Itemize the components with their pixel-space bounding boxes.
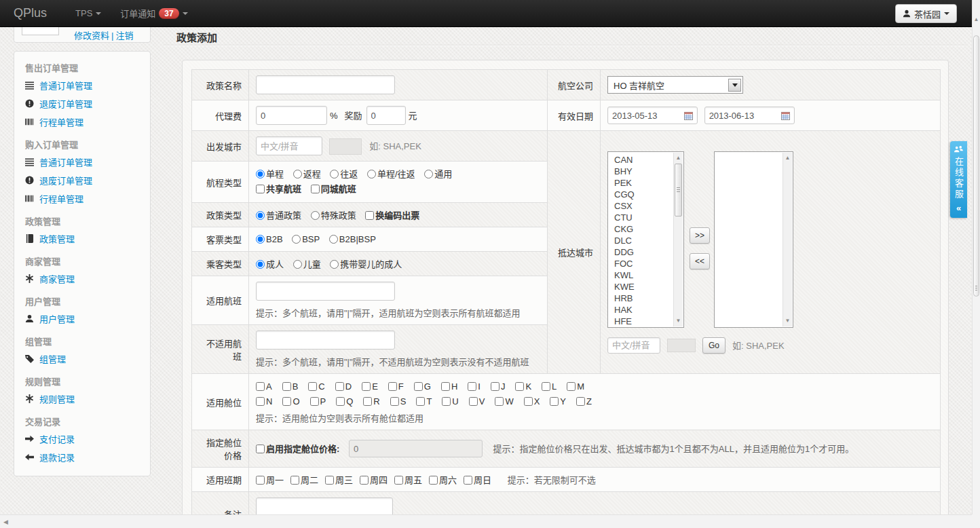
- weekday-checkbox[interactable]: 周六: [429, 475, 457, 485]
- bonus-input[interactable]: [366, 106, 406, 125]
- city-option[interactable]: HRB: [614, 293, 673, 304]
- route-option-oneway[interactable]: 单程: [256, 169, 284, 179]
- sidebar-item-void-orders-in[interactable]: 退废订单管理: [14, 171, 150, 189]
- city-option[interactable]: CKG: [614, 223, 673, 235]
- arrival-city-available-list[interactable]: ▲ ▼ CANBHYPEKCGQCSXCTUCKGDLCDDGFOCKWLKWE…: [607, 151, 684, 328]
- calendar-icon[interactable]: [781, 111, 790, 120]
- city-option[interactable]: FOC: [614, 258, 673, 269]
- cabin-checkbox[interactable]: I: [468, 381, 480, 392]
- cabin-checkbox[interactable]: O: [282, 396, 299, 407]
- cabin-checkbox[interactable]: T: [416, 396, 432, 407]
- sidebar-item-group-mgmt[interactable]: 组管理: [14, 350, 150, 368]
- user-menu-button[interactable]: 茶恬园: [895, 4, 957, 23]
- scroll-down-arrow[interactable]: ▼: [674, 317, 683, 325]
- passenger-adult-with-infant[interactable]: 携带婴儿的成人: [330, 259, 402, 269]
- cabin-checkbox[interactable]: F: [388, 381, 404, 392]
- edit-profile-link[interactable]: 修改资料: [74, 31, 109, 41]
- weekday-checkbox[interactable]: 周三: [325, 475, 353, 485]
- route-option-roundtrip[interactable]: 往返: [330, 169, 358, 179]
- enable-cabin-price-checkbox[interactable]: 启用指定舱位价格:: [256, 444, 339, 454]
- change-code-ticket-checkbox[interactable]: 换编码出票: [365, 210, 419, 221]
- start-date-input[interactable]: 2013-05-13: [607, 107, 698, 124]
- cabin-checkbox[interactable]: W: [495, 396, 513, 407]
- airline-select[interactable]: HO 吉祥航空: [607, 76, 743, 94]
- menu-tps[interactable]: TPS: [66, 0, 111, 27]
- shared-flight-checkbox[interactable]: 共享航班: [256, 184, 301, 194]
- city-option[interactable]: KWE: [614, 281, 673, 293]
- city-option[interactable]: CAN: [614, 154, 673, 166]
- city-option[interactable]: HFE: [614, 316, 673, 327]
- cabin-checkbox[interactable]: P: [310, 396, 326, 407]
- weekday-checkbox[interactable]: 周日: [464, 475, 491, 485]
- ticket-type-b2b[interactable]: B2B: [256, 234, 283, 244]
- online-service-tab[interactable]: 在线客服 «: [950, 141, 967, 218]
- cabin-checkbox[interactable]: K: [515, 381, 531, 392]
- arrival-city-search-input[interactable]: [607, 337, 660, 354]
- move-left-button[interactable]: <<: [690, 253, 710, 269]
- select-dropdown-button[interactable]: [728, 79, 741, 92]
- sidebar-item-rules-mgmt[interactable]: 规则管理: [14, 390, 150, 408]
- go-button[interactable]: Go: [702, 337, 725, 354]
- scroll-left-arrow[interactable]: ◀: [3, 518, 8, 525]
- scroll-up-arrow[interactable]: ▲: [783, 154, 792, 162]
- applicable-flights-input[interactable]: [256, 282, 395, 301]
- weekday-checkbox[interactable]: 周五: [394, 475, 422, 485]
- city-option[interactable]: TYN: [614, 327, 673, 328]
- sidebar-item-refund-records[interactable]: 退款记录: [14, 448, 150, 466]
- ticket-type-b2b-bsp[interactable]: B2B|BSP: [329, 234, 376, 244]
- sidebar-item-itinerary[interactable]: 行程单管理: [14, 113, 150, 131]
- samecity-flight-checkbox[interactable]: 同城航班: [311, 184, 356, 194]
- route-option-return[interactable]: 返程: [293, 169, 321, 179]
- departure-city-input[interactable]: [256, 136, 322, 155]
- scroll-down-arrow[interactable]: ▼: [783, 317, 792, 325]
- cabin-checkbox[interactable]: U: [442, 396, 458, 407]
- weekday-checkbox[interactable]: 周四: [360, 475, 388, 485]
- cabin-checkbox[interactable]: X: [524, 396, 540, 407]
- cabin-checkbox[interactable]: L: [542, 381, 557, 392]
- cabin-checkbox[interactable]: A: [256, 381, 272, 392]
- weekday-checkbox[interactable]: 周一: [256, 475, 284, 485]
- cabin-checkbox[interactable]: M: [567, 381, 584, 392]
- horizontal-scrollbar[interactable]: ◀: [0, 514, 972, 528]
- weekday-checkbox[interactable]: 周二: [290, 475, 318, 485]
- scroll-up-arrow[interactable]: ▲: [674, 154, 683, 162]
- end-date-input[interactable]: 2013-06-13: [704, 107, 795, 124]
- arrival-city-selected-list[interactable]: ▲ ▼: [714, 151, 793, 328]
- sidebar-item-itinerary-in[interactable]: 行程单管理: [14, 189, 150, 208]
- cabin-checkbox[interactable]: R: [363, 396, 379, 407]
- cabin-checkbox[interactable]: G: [414, 381, 431, 392]
- cabin-checkbox[interactable]: Z: [576, 396, 592, 407]
- policy-name-input[interactable]: [256, 75, 395, 94]
- sidebar-item-policy-mgmt[interactable]: 政策管理: [14, 229, 150, 248]
- sidebar-item-void-orders[interactable]: 退废订单管理: [14, 94, 150, 113]
- city-option[interactable]: DLC: [614, 235, 673, 246]
- cabin-checkbox[interactable]: B: [282, 381, 299, 392]
- cabin-checkbox[interactable]: Q: [336, 396, 353, 407]
- city-option[interactable]: HAK: [614, 304, 673, 316]
- cabin-checkbox[interactable]: E: [362, 381, 378, 392]
- sidebar-item-merchant-mgmt[interactable]: 商家管理: [14, 269, 150, 288]
- scrollbar-thumb[interactable]: [675, 164, 682, 216]
- cabin-checkbox[interactable]: V: [469, 396, 485, 407]
- brand-logo[interactable]: QPlus: [14, 6, 47, 20]
- cabin-checkbox[interactable]: J: [491, 381, 506, 392]
- city-option[interactable]: CGQ: [614, 189, 673, 200]
- city-option[interactable]: DDG: [614, 246, 673, 258]
- vertical-scrollbar[interactable]: ▲: [972, 0, 980, 514]
- sidebar-item-user-mgmt[interactable]: 用户管理: [14, 309, 150, 328]
- vertical-scrollbar-thumb[interactable]: [973, 35, 979, 297]
- city-option[interactable]: BHY: [614, 166, 673, 177]
- move-right-button[interactable]: >>: [690, 227, 710, 244]
- menu-order-notifications[interactable]: 订单通知 37: [111, 0, 197, 27]
- city-option[interactable]: KWL: [614, 269, 673, 281]
- cabin-checkbox[interactable]: D: [335, 381, 352, 392]
- city-option[interactable]: CTU: [614, 212, 673, 223]
- route-option-general[interactable]: 通用: [424, 169, 452, 179]
- sidebar-item-normal-orders[interactable]: 普通订单管理: [14, 76, 150, 94]
- city-option[interactable]: PEK: [614, 177, 673, 189]
- policy-type-special[interactable]: 特殊政策: [311, 210, 356, 221]
- sidebar-item-normal-orders-in[interactable]: 普通订单管理: [14, 153, 150, 171]
- cabin-checkbox[interactable]: Y: [550, 396, 566, 407]
- scroll-up-arrow[interactable]: ▲: [973, 16, 980, 22]
- city-option[interactable]: CSX: [614, 200, 673, 212]
